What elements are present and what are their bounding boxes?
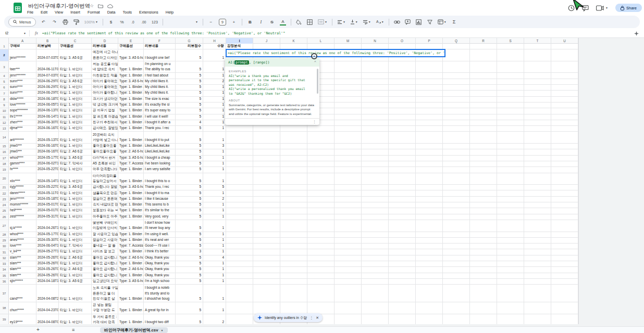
column-header-F[interactable]: F [144,38,176,44]
cell[interactable] [524,167,551,172]
cell[interactable] [389,273,416,278]
row-number[interactable]: 5 [0,79,9,84]
cell[interactable]: 2024-05-18T08 [36,197,59,202]
cell[interactable] [551,120,578,125]
cell[interactable] [253,238,280,243]
cell[interactable] [551,249,578,254]
cell[interactable] [335,302,362,314]
cell[interactable] [307,208,335,213]
cell[interactable]: sunn**** [9,79,36,84]
cell[interactable] [362,108,389,113]
cell[interactable]: 5 [176,261,203,266]
cell[interactable]: 5 [203,185,226,190]
cell[interactable]: 2024-05-26T08 [36,267,59,272]
cell[interactable]: Type: 2. A6 6-ho [118,267,144,272]
select-all-corner[interactable] [0,38,9,44]
cell[interactable] [280,132,307,143]
cell[interactable] [443,267,470,272]
cell[interactable] [280,185,307,190]
text-rotation-button[interactable]: A ▼ [376,18,384,25]
cell[interactable] [443,214,470,220]
name-box[interactable]: I2▼ [0,31,29,35]
cell[interactable] [470,190,497,196]
cell[interactable] [416,161,443,166]
cell[interactable] [551,220,578,232]
cell[interactable] [253,132,280,143]
cell[interactable] [362,85,389,90]
cell[interactable] [335,126,362,131]
menu-help[interactable]: Help [166,10,174,15]
column-header-P[interactable]: P [416,38,443,44]
cell[interactable] [253,44,280,49]
cell[interactable]: Okay, thank you [144,267,176,272]
row-number[interactable]: 19 [0,167,9,172]
row-number[interactable]: 10 [0,108,9,113]
cell[interactable] [226,214,253,220]
cell[interactable] [253,185,280,190]
cell[interactable] [497,202,524,208]
cell[interactable] [280,249,307,254]
cell[interactable] [524,314,551,324]
cell[interactable]: Type: 1. Binder / [118,167,144,172]
cell[interactable]: 끈 끼우기 엄청 [92,108,118,113]
cell[interactable] [253,249,280,254]
cell[interactable] [551,167,578,172]
cell[interactable] [389,249,416,254]
cell[interactable]: cand**** [9,285,36,302]
cell[interactable]: arti******* [9,132,36,143]
row-number[interactable]: 11 [0,114,9,120]
cell[interactable]: 2024-04-18T15 [36,279,59,284]
column-header-L[interactable]: L [307,38,335,44]
cell[interactable] [497,120,524,125]
menu-format[interactable]: Format [88,10,100,15]
cell[interactable] [307,132,335,143]
cell[interactable] [307,279,335,284]
cell[interactable] [470,202,497,208]
cell[interactable] [524,120,551,125]
redo-button[interactable]: ↷ [52,18,58,25]
row-number[interactable]: 14 [0,132,9,143]
cell[interactable]: 2024-06-29T04 [36,85,59,90]
cell[interactable]: 2024-05-30T02 [36,238,59,243]
cell[interactable] [226,132,253,143]
cell[interactable] [416,61,443,73]
cell[interactable] [524,185,551,190]
cell[interactable] [362,161,389,166]
cell[interactable]: 타입: 3. A5 6공 [59,49,92,61]
cell[interactable] [253,197,280,202]
cell[interactable] [470,279,497,284]
cell[interactable]: 2024-06-16T04 [36,144,59,149]
cell[interactable] [362,156,389,161]
cell[interactable] [362,132,389,143]
cell[interactable] [470,249,497,254]
cell[interactable]: 1 [203,232,226,237]
cell[interactable] [470,120,497,125]
cell[interactable] [280,197,307,202]
cell[interactable]: 5 [176,302,203,314]
cell[interactable] [497,103,524,108]
row-number[interactable]: 25 [0,208,9,213]
cell[interactable] [389,108,416,113]
cell[interactable]: Type: 1. Binder / [118,232,144,237]
cell[interactable]: love**** [9,244,36,249]
cell[interactable]: 깔끔하고 튼튼해 [92,197,118,202]
cell[interactable] [280,161,307,166]
increase-font-size-button[interactable]: + [231,18,237,25]
active-sheet-tab[interactable]: 바인더구매후기-영어번역.csv ▼ [100,327,168,333]
cell[interactable]: 2024-06-04T11 [36,244,59,249]
cell[interactable]: 5 [176,114,203,120]
cell[interactable]: 2024-05-27T13 [36,249,59,254]
cell[interactable]: 2024-05-01T05 [36,208,59,213]
cell[interactable] [470,220,497,232]
cell[interactable]: 2024-05-14T11 [36,173,59,185]
cell[interactable]: 1 [203,120,226,125]
cell[interactable] [443,79,470,84]
cell[interactable]: 타입: 1. 바인더 [59,144,92,149]
cell[interactable]: 2024-04-23T04 [36,302,59,314]
cell[interactable]: 2024-06-18T06 [36,97,59,102]
cell[interactable] [551,156,578,161]
cell[interactable]: 5 [176,126,203,131]
cell[interactable] [443,208,470,213]
cell[interactable]: 타입: 1. 바인더 [59,132,92,143]
cell[interactable]: Okay, thank you [144,255,176,261]
